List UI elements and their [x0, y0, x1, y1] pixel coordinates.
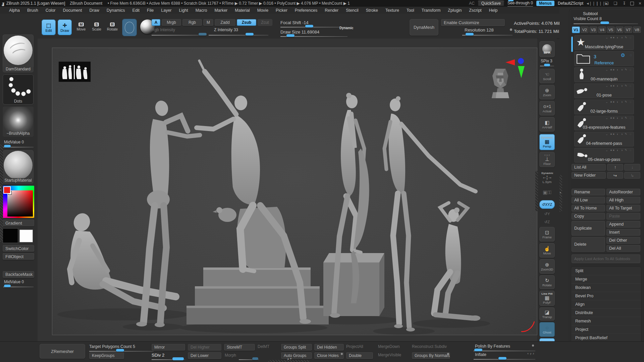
collapse-left-tray-icon[interactable]: ◂❘❘❘ [587, 1, 592, 6]
zadd-toggle[interactable]: Zadd [215, 19, 235, 26]
zsub-toggle[interactable]: Zsub [237, 19, 256, 26]
bevel-pro-action[interactable]: Bevel Pro [571, 292, 641, 300]
menu-zscript[interactable]: Zscript [465, 8, 485, 13]
groups-by-normals-button[interactable]: Groups By Normals [412, 352, 450, 359]
menu-zplugin[interactable]: Zplugin [444, 8, 465, 13]
shelf-scroll-arrows-icon[interactable]: ▲▼ [287, 357, 292, 360]
gyro-z-button[interactable]: ↺Z [539, 218, 555, 226]
main-color-swatch[interactable] [3, 228, 18, 243]
visible-count-slider[interactable] [574, 22, 638, 25]
menu-stencil[interactable]: Stencil [342, 8, 362, 13]
split-action[interactable]: Split [571, 267, 641, 275]
menu-layer[interactable]: Layer [157, 8, 175, 13]
fillobject-button[interactable]: FillObject [3, 253, 34, 260]
resolution-slider[interactable] [462, 34, 513, 37]
tab-v7[interactable]: V7 [624, 26, 632, 33]
axis-z-dot-icon[interactable] [518, 58, 524, 64]
zremesher-button[interactable]: ZRemesher [40, 344, 85, 359]
move-button[interactable]: M Move [74, 21, 88, 31]
menu-help[interactable]: Help [485, 8, 501, 13]
del-other-button[interactable]: Del Other [606, 237, 640, 244]
inflate-slider[interactable] [474, 358, 535, 361]
del-lower-button[interactable]: Del Lower [188, 352, 221, 359]
menu-alpha[interactable]: Alpha [5, 8, 23, 13]
camera-head-widget[interactable] [491, 67, 510, 100]
move-down-button[interactable]: ↓ [624, 164, 640, 171]
alpha-midvalue-slider[interactable] [3, 146, 34, 148]
rgb-toggle[interactable]: Rgb [182, 19, 202, 26]
delete-button[interactable]: Delete [572, 237, 605, 252]
scroll-button[interactable]: ☜Scroll [539, 69, 555, 83]
perspective-toggle[interactable]: Dynamic ▦ Persp [539, 134, 555, 150]
menu-light[interactable]: Light [175, 8, 192, 13]
mrgb-toggle[interactable]: Mrgb [162, 19, 181, 26]
axis-y-arrow-icon[interactable] [518, 66, 525, 78]
storemt-button[interactable]: StoreMT [224, 344, 255, 351]
subtool-row-masculine[interactable]: ★ ⌄ ●● ◐ ◑ ✎ ◌ Masculine-lyingPose [574, 35, 634, 50]
tab-v8[interactable]: V8 [633, 26, 641, 33]
all-to-target-button[interactable]: All To Target [606, 205, 640, 212]
append-button[interactable]: Append [606, 221, 640, 228]
material-selector[interactable]: StartupMaterial [3, 150, 34, 184]
menu-draw[interactable]: Draw [86, 8, 103, 13]
del-all-button[interactable]: Del All [606, 245, 640, 252]
tab-v4[interactable]: V4 [598, 26, 606, 33]
scale-button[interactable]: S Scale [90, 21, 103, 31]
material-a-toggle[interactable]: A [152, 19, 160, 26]
see-through-slider[interactable]: See-through 0 [507, 1, 533, 6]
paste-button[interactable]: Paste [606, 213, 640, 220]
bpr-render-button[interactable]: BPR [539, 41, 555, 57]
menu-stroke[interactable]: Stroke [362, 8, 382, 13]
menu-file[interactable]: File [143, 8, 157, 13]
new-folder-button[interactable]: New Folder [572, 172, 606, 179]
switchcolor-button[interactable]: SwitchColor [3, 245, 34, 252]
subtool-mini-toggles[interactable]: ⌄ ●● ◐ ◑ ✎ ◌ [605, 68, 632, 71]
enable-customize-button[interactable]: Enable Customize [441, 19, 505, 26]
aahalf-button[interactable]: ◧AAHalf [539, 117, 555, 132]
double-button[interactable]: Double [346, 352, 373, 359]
polyframe-toggle[interactable]: Line Fill ▦ PolyF [539, 291, 555, 306]
morph-slider[interactable] [239, 358, 259, 361]
rotate-3d-button[interactable]: ↻Rotate [539, 275, 555, 289]
subtool-row-refinement-pass[interactable]: ⌄ ●● ◐ ◑ ✎ ◌ 04-refinement-pass [574, 132, 634, 146]
del-hidden-button[interactable]: Del Hidden [314, 344, 344, 351]
brush-selector[interactable]: DamStandard [3, 35, 34, 72]
subtool-mini-toggles[interactable]: ⌄ ●● ◐ ◑ ✎ ◌ [605, 116, 632, 120]
tab-v5[interactable]: V5 [607, 26, 615, 33]
rotate-button[interactable]: R Rotate [105, 21, 119, 31]
floor-toggle[interactable]: x y z ⊥ Floor [539, 152, 555, 167]
gyro-y-button[interactable]: ↺Y [539, 210, 555, 218]
apply-last-action-button[interactable]: Apply Last Action To All Subtools [572, 254, 640, 263]
project-action[interactable]: Project [571, 325, 641, 334]
subtool-row-mannequin[interactable]: ⌄ ●● ◐ ◑ ✎ ◌ 00-mannequin [574, 67, 634, 82]
m-toggle[interactable]: M [203, 19, 213, 26]
menu-brush[interactable]: Brush [23, 8, 42, 13]
draw-button[interactable]: ✛ Draw [58, 19, 72, 35]
zoom-button[interactable]: ⊕Zoom [539, 85, 555, 100]
left-tray-divider[interactable] [0, 144, 3, 242]
distribute-action[interactable]: Distribute [571, 309, 641, 317]
tab-v6[interactable]: V6 [615, 26, 624, 33]
all-to-home-button[interactable]: All To Home [572, 205, 605, 212]
camera-lock-button[interactable]: ▣⚿ [539, 186, 555, 199]
inflate-axes-label[interactable]: x y z [527, 352, 534, 355]
spix-slider[interactable] [540, 65, 554, 67]
backface-midvalue-slider[interactable] [3, 286, 34, 288]
subtool-row-reference-folder[interactable]: 3 ⚙ ◌ Reference [574, 51, 634, 66]
subtool-mini-toggles[interactable]: ⌄ ●● ◐ ◑ ✎ ◌ [605, 100, 632, 104]
list-all-button[interactable]: List All [572, 164, 606, 171]
ghost-toggle[interactable]: ◌Ghost [539, 322, 555, 337]
secondary-color-swatch[interactable] [19, 230, 33, 242]
menu-color[interactable]: Color [42, 8, 59, 13]
sdiv-slider[interactable] [152, 358, 185, 361]
close-icon[interactable]: × [637, 1, 643, 6]
subtool-panel-title[interactable]: Subtool [583, 11, 598, 16]
subtool-row-large-forms[interactable]: ⌄ ●● ◐ ◑ ✎ ◌ 02-large-forms [574, 100, 634, 114]
mergedown-label[interactable]: MergeDown [378, 344, 400, 349]
merge-action[interactable]: Merge [571, 275, 641, 284]
current-color-swatch[interactable] [3, 186, 11, 194]
mirror-button[interactable]: Mirror [152, 344, 185, 351]
draw-size-slider[interactable] [280, 35, 347, 38]
keepgroups-button[interactable]: KeepGroups [89, 352, 124, 359]
reconstruct-subdiv-label[interactable]: Reconstruct Subdiv [412, 344, 447, 349]
